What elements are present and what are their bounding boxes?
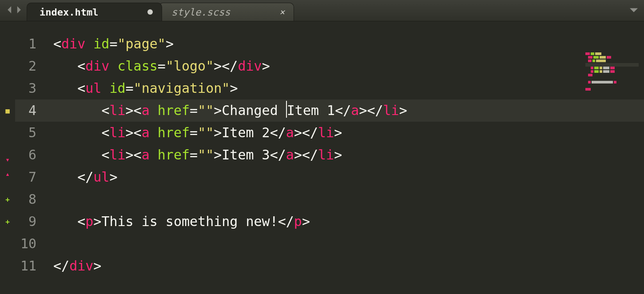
code-line[interactable]: </ul> xyxy=(43,166,644,188)
diff-marker: + xyxy=(0,188,15,211)
line-number[interactable]: 4 xyxy=(15,99,43,122)
token-at: id xyxy=(109,80,125,96)
token-p: < xyxy=(101,103,109,118)
diff-marker: + xyxy=(0,211,15,233)
line-number[interactable]: 8 xyxy=(15,188,43,211)
nav-forward-icon[interactable] xyxy=(15,6,22,15)
token-tg: p xyxy=(85,214,93,229)
nav-back-icon[interactable] xyxy=(6,6,13,15)
token-tx: This is something new! xyxy=(101,214,278,229)
token-p: >< xyxy=(126,103,142,118)
editor: ■▾▴++ 1234567891011 <div id="page"> <div… xyxy=(0,21,644,294)
minimap[interactable] xyxy=(585,52,639,92)
token-p: < xyxy=(101,147,109,163)
close-tab-icon[interactable]: × xyxy=(279,8,285,16)
token-tg: li xyxy=(109,125,125,140)
token-tg: p xyxy=(294,214,302,229)
token-p: > xyxy=(93,258,101,274)
line-number[interactable]: 5 xyxy=(15,122,43,144)
token-st: "" xyxy=(198,103,214,118)
token-st: "" xyxy=(198,125,214,140)
token-p: ></ xyxy=(294,125,318,140)
token-tx: Item 1 xyxy=(287,103,335,118)
token-p: > xyxy=(214,125,222,140)
token-at: id xyxy=(93,36,109,52)
token-p: = xyxy=(190,125,198,140)
token-p: ></ xyxy=(214,58,238,74)
code-line[interactable]: <ul id="navigation"> xyxy=(43,77,644,99)
tab-label: index.html xyxy=(40,7,98,18)
code-area[interactable]: <div id="page"> <div class="logo"></div>… xyxy=(43,21,644,294)
token-tg: div xyxy=(69,258,93,274)
token-p: > xyxy=(214,147,222,163)
token-tg: li xyxy=(383,103,399,118)
token-p: >< xyxy=(126,147,142,163)
code-line[interactable]: <li><a href="">Changed Item 1</a></li> xyxy=(43,99,644,122)
token-p: = xyxy=(126,80,134,96)
token-at: href xyxy=(158,103,190,118)
token-at: class xyxy=(118,58,158,74)
token-p: > xyxy=(262,58,270,74)
code-line[interactable]: <p>This is something new!</p> xyxy=(43,211,644,233)
token-tg: li xyxy=(318,147,334,163)
token-tg: li xyxy=(318,125,334,140)
code-line[interactable] xyxy=(43,233,644,255)
token-p: ></ xyxy=(294,147,318,163)
line-number[interactable]: 10 xyxy=(15,233,43,255)
token-tg: a xyxy=(142,103,150,118)
token-tg: a xyxy=(286,147,294,163)
tab-index-html[interactable]: index.html xyxy=(27,3,162,21)
code-line[interactable]: <li><a href="">Item 2</a></li> xyxy=(43,122,644,144)
line-number[interactable]: 2 xyxy=(15,55,43,77)
token-p xyxy=(85,36,93,52)
token-p: </ xyxy=(77,169,93,185)
token-p: = xyxy=(190,147,198,163)
token-at: href xyxy=(158,125,190,140)
token-st: "logo" xyxy=(166,58,214,74)
token-p: < xyxy=(77,58,85,74)
token-p xyxy=(101,80,109,96)
tab-style-scss[interactable]: style.scss × xyxy=(159,3,294,21)
token-tg: div xyxy=(85,58,109,74)
token-tx: Changed xyxy=(222,103,286,118)
line-number[interactable]: 6 xyxy=(15,144,43,166)
token-p: > xyxy=(230,80,238,96)
diff-marker xyxy=(0,122,15,144)
line-number-gutter: 1234567891011 xyxy=(15,21,43,294)
line-number[interactable]: 7 xyxy=(15,166,43,188)
token-tg: li xyxy=(109,103,125,118)
token-p: </ xyxy=(335,103,351,118)
tabs-overflow-icon[interactable] xyxy=(630,6,638,16)
token-p: > xyxy=(302,214,310,229)
line-number[interactable]: 1 xyxy=(15,33,43,55)
code-line[interactable]: <li><a href="">Item 3</a></li> xyxy=(43,144,644,166)
token-tg: a xyxy=(142,125,150,140)
code-line[interactable] xyxy=(43,188,644,211)
token-p: > xyxy=(334,125,342,140)
nav-arrows xyxy=(0,0,27,21)
token-tx: Item 3 xyxy=(222,147,270,163)
token-p: < xyxy=(101,125,109,140)
diff-marker xyxy=(0,255,15,277)
token-tx: Item 2 xyxy=(222,125,270,140)
token-tg: ul xyxy=(93,169,109,185)
token-p: < xyxy=(77,80,85,96)
token-p: < xyxy=(53,36,61,52)
code-line[interactable]: <div class="logo"></div> xyxy=(43,55,644,77)
code-line[interactable]: </div> xyxy=(43,255,644,277)
token-p: < xyxy=(77,214,85,229)
token-at: href xyxy=(158,147,190,163)
token-p xyxy=(150,103,158,118)
token-st: "navigation" xyxy=(134,80,230,96)
line-number[interactable]: 9 xyxy=(15,211,43,233)
token-p: </ xyxy=(270,147,286,163)
token-p xyxy=(109,58,117,74)
token-st: "" xyxy=(198,147,214,163)
dirty-indicator-icon[interactable] xyxy=(147,9,153,15)
token-p: </ xyxy=(53,258,69,274)
code-line[interactable]: <div id="page"> xyxy=(43,33,644,55)
line-number[interactable]: 11 xyxy=(15,255,43,277)
line-number[interactable]: 3 xyxy=(15,77,43,99)
diff-marker xyxy=(0,233,15,255)
diff-marker xyxy=(0,33,15,55)
